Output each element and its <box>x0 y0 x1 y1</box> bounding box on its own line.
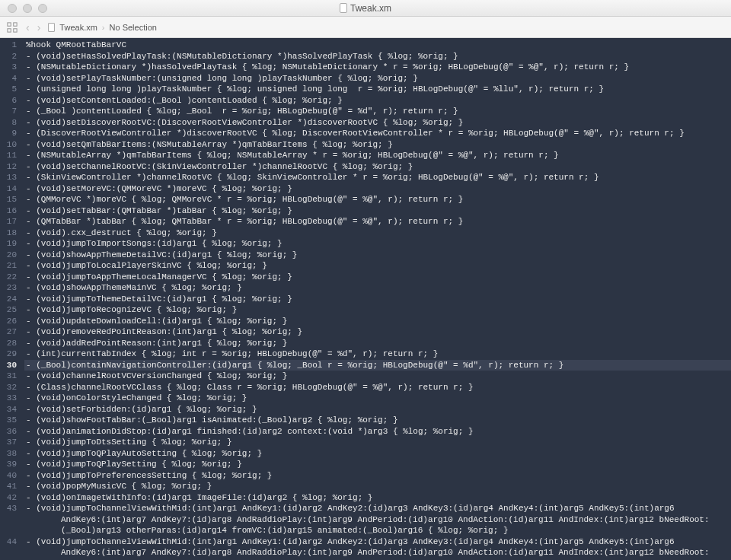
code-line[interactable]: - (void)onColorStyleChanged { %log; %ori… <box>24 393 731 404</box>
code-line[interactable]: - (void)setForbidden:(id)arg1 { %log; %o… <box>24 404 731 415</box>
code-line[interactable]: - (void)jumpToChannelViewWithMid:(int)ar… <box>24 536 731 548</box>
code-line[interactable]: - (void)showAppThemeDetailVC:(id)arg1 { … <box>24 250 731 261</box>
code-line[interactable]: - (DiscoverRootViewController *)discover… <box>24 128 731 139</box>
line-number: 20 <box>3 250 17 261</box>
line-number: 43 <box>3 503 17 514</box>
code-line[interactable]: - (void)jumpToRecognizeVC { %log; %orig;… <box>24 304 731 316</box>
code-line[interactable]: - (int)currentTabIndex { %log; int r = %… <box>24 348 731 360</box>
line-number: 33 <box>3 393 17 404</box>
minimize-window-button[interactable] <box>23 4 32 13</box>
line-number: 19 <box>3 238 17 250</box>
line-number: 18 <box>3 228 17 239</box>
code-line[interactable]: - (QMMoreVC *)moreVC { %log; QMMoreVC * … <box>24 194 731 205</box>
related-items-icon[interactable] <box>6 21 18 33</box>
line-number: 23 <box>3 282 17 294</box>
line-number: 21 <box>3 260 17 272</box>
toolbar: ‹ › Tweak.xm › No Selection <box>0 17 731 38</box>
code-line[interactable]: - (Class)channelRootVCClass { %log; Clas… <box>24 382 731 393</box>
line-number: 5 <box>3 84 17 95</box>
code-line[interactable]: - (void)setHasSolvedPlayTask:(NSMutableD… <box>24 51 731 62</box>
code-line[interactable]: - (void)showFootTabBar:(_Bool)arg1 isAni… <box>24 415 731 426</box>
line-number: 2 <box>3 51 17 62</box>
line-number: 9 <box>3 128 17 139</box>
code-line[interactable]: - (void)popMyMusicVC { %log; %orig; } <box>24 481 731 492</box>
code-line[interactable]: %hook QMRootTabBarVC <box>24 40 731 51</box>
line-number: 31 <box>3 371 17 382</box>
code-line[interactable]: - (void)addRedPointReason:(int)arg1 { %l… <box>24 338 731 349</box>
line-number: 29 <box>3 348 17 360</box>
window-titlebar: Tweak.xm <box>0 0 731 17</box>
code-line-wrap[interactable]: (_Bool)arg13 otherParas:(id)arg14 fromVC… <box>24 525 731 536</box>
line-number: 41 <box>3 481 17 492</box>
code-line[interactable]: - (void)jumpToQPlaySetting { %log; %orig… <box>24 459 731 470</box>
svg-rect-2 <box>8 28 11 31</box>
code-line[interactable]: - (void)setChannelRootVC:(SkinViewContro… <box>24 161 731 173</box>
code-line[interactable]: - (void)jumpToImportSongs:(id)arg1 { %lo… <box>24 238 731 250</box>
line-number: 7 <box>3 106 17 117</box>
code-line[interactable]: - (void).cxx_destruct { %log; %orig; } <box>24 228 731 239</box>
code-line[interactable]: - (void)jumpToThemeDetailVC:(id)arg1 { %… <box>24 294 731 305</box>
code-line[interactable]: - (void)setDiscoverRootVC:(DiscoverRootV… <box>24 117 731 129</box>
code-line-wrap[interactable]: AndKey6:(int)arg7 AndKey7:(id)arg8 AndRa… <box>24 514 731 526</box>
code-line[interactable]: - (void)showAppThemeMainVC { %log; %orig… <box>24 282 731 294</box>
code-line-wrap[interactable]: AndKey6:(int)arg7 AndKey7:(id)arg8 AndRa… <box>24 547 731 558</box>
line-number: 22 <box>3 272 17 283</box>
code-line[interactable]: - (void)jumpToDtsSetting { %log; %orig; … <box>24 437 731 448</box>
code-line[interactable]: - (void)setPlayTaskNumber:(unsigned long… <box>24 73 731 84</box>
line-number: 42 <box>3 492 17 504</box>
line-number: 15 <box>3 194 17 205</box>
line-number: 44 <box>3 536 17 548</box>
breadcrumb-separator: › <box>102 23 105 32</box>
nav-back-button[interactable]: ‹ <box>26 21 30 33</box>
line-number: 38 <box>3 448 17 460</box>
code-line[interactable]: - (SkinViewController *)channelRootVC { … <box>24 172 731 183</box>
breadcrumb-file[interactable]: Tweak.xm <box>59 23 97 32</box>
line-number: 32 <box>3 382 17 393</box>
line-number-gutter: 1234567891011121314151617181920212223242… <box>0 38 21 560</box>
nav-forward-button[interactable]: › <box>37 21 41 33</box>
code-line[interactable]: - (NSMutableDictionary *)hasSolvedPlayTa… <box>24 62 731 73</box>
code-line[interactable]: - (void)removeRedPointReason:(int)arg1 {… <box>24 326 731 338</box>
window-title-text: Tweak.xm <box>350 3 391 14</box>
code-line[interactable]: - (QMTabBar *)tabBar { %log; QMTabBar * … <box>24 216 731 228</box>
code-line[interactable]: - (void)onImagetWithInfo:(id)arg1 ImageF… <box>24 492 731 504</box>
code-area[interactable]: %hook QMRootTabBarVC- (void)setHasSolved… <box>21 38 731 560</box>
line-number: 36 <box>3 426 17 438</box>
line-number: 28 <box>3 338 17 349</box>
code-line[interactable]: - (void)animationDidStop:(id)arg1 finish… <box>24 426 731 438</box>
zoom-window-button[interactable] <box>38 4 47 13</box>
code-line[interactable]: - (NSMutableArray *)qmTabBarItems { %log… <box>24 150 731 161</box>
code-line[interactable]: - (void)jumpToLocalPlayerSkinVC { %log; … <box>24 260 731 272</box>
line-number: 4 <box>3 73 17 84</box>
code-line[interactable]: - (void)channelRootVCVersionChanged { %l… <box>24 371 731 382</box>
code-line[interactable]: - (void)setTabBar:(QMTabBar *)tabBar { %… <box>24 205 731 217</box>
svg-rect-1 <box>14 22 17 25</box>
window-title: Tweak.xm <box>0 3 731 14</box>
code-editor[interactable]: 1234567891011121314151617181920212223242… <box>0 38 731 560</box>
line-number: 10 <box>3 139 17 151</box>
code-line[interactable]: - (void)setMoreVC:(QMMoreVC *)moreVC { %… <box>24 183 731 195</box>
code-line[interactable]: - (unsigned long long )playTaskNumber { … <box>24 84 731 95</box>
line-number: 3 <box>3 62 17 73</box>
breadcrumb-selection[interactable]: No Selection <box>110 23 157 32</box>
close-window-button[interactable] <box>8 4 17 13</box>
line-number: 12 <box>3 161 17 173</box>
code-line[interactable]: - (void)jumpToPreferencesSetting { %log;… <box>24 470 731 482</box>
code-line[interactable]: - (void)setContentLoaded:(_Bool )content… <box>24 95 731 107</box>
code-line[interactable]: - (void)jumpToQPlayAutoSetting { %log; %… <box>24 448 731 460</box>
traffic-lights <box>0 4 47 13</box>
code-line[interactable]: - (_Bool)containNavigationController:(id… <box>24 360 731 371</box>
document-icon <box>48 23 55 32</box>
code-line[interactable]: - (void)jumpToAppThemeLocalManagerVC { %… <box>24 272 731 283</box>
code-line[interactable]: - (void)updateDownloadCell:(id)arg1 { %l… <box>24 316 731 327</box>
line-number: 26 <box>3 316 17 327</box>
line-number: 1 <box>3 40 17 51</box>
line-number: 37 <box>3 437 17 448</box>
line-number: 34 <box>3 404 17 415</box>
breadcrumb[interactable]: Tweak.xm › No Selection <box>48 23 157 32</box>
code-line[interactable]: - (_Bool )contentLoaded { %log; _Bool r … <box>24 106 731 117</box>
line-number: 13 <box>3 172 17 183</box>
line-number: 6 <box>3 95 17 107</box>
code-line[interactable]: - (void)setQmTabBarItems:(NSMutableArray… <box>24 139 731 151</box>
code-line[interactable]: - (void)jumpToChannelViewWithMid:(int)ar… <box>24 503 731 514</box>
